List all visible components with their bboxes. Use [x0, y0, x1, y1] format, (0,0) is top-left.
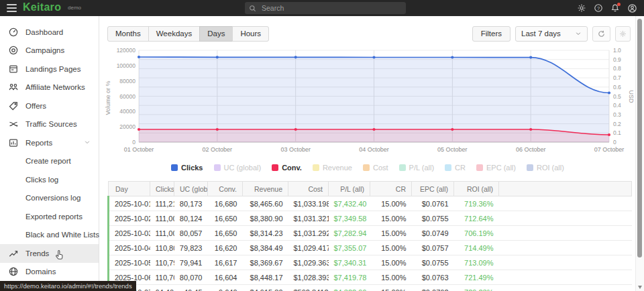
sidebar-item-label: Landings Pages	[25, 65, 80, 73]
sidebar-item-landings-pages[interactable]: Landings Pages	[0, 60, 99, 78]
notifications-icon[interactable]	[610, 3, 621, 13]
sidebar-item-domains[interactable]: Domains	[0, 263, 99, 282]
tab-months[interactable]: Months	[107, 26, 149, 42]
sidebar-item-clicks-log[interactable]: Clicks log	[0, 170, 99, 189]
legend-item-uc-global-[interactable]: UC (global)	[214, 164, 262, 172]
sidebar-item-label: Clicks log	[25, 176, 58, 184]
sidebar-item-conversions-log[interactable]: Conversions log	[0, 189, 99, 208]
legend-item-cr[interactable]: CR	[445, 164, 466, 172]
cell: $1,029.4177	[288, 241, 329, 255]
date-range-select[interactable]: Last 7 days	[515, 26, 588, 42]
sidebar-item-label: Trends	[25, 249, 49, 257]
legend-item-revenue[interactable]: Revenue	[313, 164, 352, 172]
sidebar: DashboardCampaignsLandings PagesAffiliat…	[0, 16, 99, 291]
legend-swatch	[272, 164, 278, 171]
brand-logo[interactable]: Keitaro	[23, 1, 61, 13]
svg-text:100000: 100000	[117, 62, 136, 69]
sidebar-item-black-and-white-lists[interactable]: Black and White Lists	[0, 226, 99, 245]
chart-settings-button[interactable]	[615, 26, 631, 42]
global-search[interactable]	[245, 2, 406, 14]
legend-swatch	[527, 164, 533, 171]
sidebar-item-reports[interactable]: Reports	[0, 133, 99, 152]
cell: $0.0762	[412, 285, 454, 291]
cell: 16,680	[208, 196, 243, 211]
svg-text:40000: 40000	[119, 108, 136, 115]
cell: 16,650	[208, 226, 243, 241]
sidebar-item-dashboard[interactable]: Dashboard	[0, 23, 99, 42]
cell: 2025-10-03	[109, 226, 150, 241]
legend-swatch	[399, 164, 406, 171]
vertical-scrollbar[interactable]	[635, 16, 644, 291]
column-header-p-l-all-[interactable]: P/L (all)	[329, 182, 370, 196]
sidebar-item-label: Dashboard	[25, 28, 63, 36]
sidebar-item-label: Campaigns	[25, 46, 64, 54]
help-icon[interactable]: ?	[593, 3, 604, 13]
legend-item-conv-[interactable]: Conv.	[272, 164, 302, 172]
legend-label: Clicks	[181, 164, 203, 172]
sidebar-item-offers[interactable]: Offers	[0, 97, 99, 115]
legend-item-cost[interactable]: Cost	[363, 164, 388, 172]
legend-item-clicks[interactable]: Clicks	[171, 164, 203, 172]
chevron-down-icon	[575, 30, 582, 37]
menu-icon[interactable]	[7, 4, 17, 12]
cell: $1,033.1989	[288, 196, 329, 211]
column-header-epc-all-[interactable]: EPC (all)	[412, 182, 454, 196]
legend-label: ROI (all)	[537, 164, 564, 172]
svg-text:1.0: 1.0	[613, 47, 621, 54]
sidebar-item-exported-reports[interactable]: Exported reports	[0, 207, 99, 226]
column-header-cr[interactable]: CR	[370, 182, 412, 196]
settings-icon[interactable]	[576, 3, 587, 13]
sidebar-item-label: Create report	[25, 157, 71, 165]
account-icon[interactable]	[627, 3, 637, 13]
sidebar-item-traffic-sources[interactable]: Traffic Sources	[0, 115, 99, 134]
search-input[interactable]	[260, 3, 402, 13]
tab-hours[interactable]: Hours	[232, 26, 269, 42]
cell: 46,45	[174, 285, 208, 291]
chart-legend: ClicksUC (global)Conv.RevenueCostP/L (al…	[99, 164, 636, 172]
main-content: MonthsWeekdaysDaysHours Filters Last 7 d…	[99, 16, 636, 291]
svg-text:60000: 60000	[119, 93, 136, 100]
cell-filler	[499, 270, 632, 285]
cell: 729.23%	[454, 285, 499, 291]
cell: $7,282.94	[329, 226, 370, 241]
cell: 2025-10-05	[109, 255, 150, 270]
dashboard-icon	[8, 27, 19, 38]
sidebar-item-affiliate-networks[interactable]: Affiliate Networks	[0, 78, 99, 97]
column-header-revenue[interactable]: Revenue	[243, 182, 288, 196]
legend-item-roi-all-[interactable]: ROI (all)	[527, 164, 564, 172]
cell: 2025-10-02	[109, 211, 150, 226]
tab-days[interactable]: Days	[199, 26, 233, 42]
sidebar-item-label: Reports	[25, 139, 52, 147]
column-header-uc-global-[interactable]: UC (global)	[174, 182, 208, 196]
column-header-conv-[interactable]: Conv.	[208, 182, 243, 196]
scrollbar-down-arrow[interactable]	[638, 286, 642, 289]
sidebar-item-label: Traffic Sources	[25, 120, 77, 128]
scrollbar-thumb[interactable]	[637, 19, 642, 257]
domains-icon	[8, 266, 19, 277]
tab-weekdays[interactable]: Weekdays	[148, 26, 200, 42]
column-header-cost[interactable]: Cost	[288, 182, 329, 196]
column-header-roi-all-[interactable]: ROI (all)	[454, 182, 499, 196]
refresh-button[interactable]	[592, 26, 610, 42]
cell: 16,617	[208, 255, 243, 270]
legend-item-epc-all-[interactable]: EPC (all)	[476, 164, 516, 172]
landings-icon	[8, 64, 19, 74]
svg-text:0.9: 0.9	[613, 56, 621, 63]
legend-item-p-l-all-[interactable]: P/L (all)	[399, 164, 435, 172]
sidebar-item-trends[interactable]: Trends	[0, 244, 99, 263]
sidebar-item-create-report[interactable]: Create report	[0, 152, 99, 171]
sidebar-item-campaigns[interactable]: Campaigns	[0, 42, 99, 60]
filters-button[interactable]: Filters	[472, 26, 511, 42]
cell: $0.0755	[412, 211, 454, 226]
cell-filler	[499, 226, 632, 241]
cell: 111,00	[150, 211, 174, 226]
svg-text:0.1: 0.1	[613, 129, 621, 136]
table-row: 2025-10-03111,0080,05716,650$8,314.23$1,…	[109, 226, 632, 241]
cell: 80,070	[174, 270, 208, 285]
column-header-day[interactable]: Day	[109, 182, 150, 196]
cell: $1,028.3930	[288, 270, 329, 285]
cell: $0.0749	[412, 226, 454, 241]
cell: 706.19%	[454, 226, 499, 241]
cell: 110,70	[150, 270, 174, 285]
column-header-clicks[interactable]: Clicks	[150, 182, 174, 196]
